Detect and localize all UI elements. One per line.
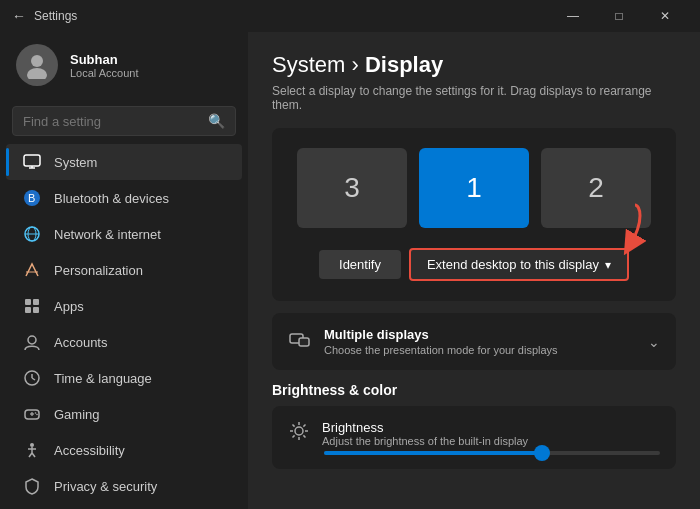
gaming-label: Gaming	[54, 407, 100, 422]
multiple-displays-chevron[interactable]: ⌄	[648, 334, 660, 350]
svg-line-42	[293, 435, 295, 437]
multiple-displays-desc: Choose the presentation mode for your di…	[324, 344, 558, 356]
network-label: Network & internet	[54, 227, 161, 242]
apps-icon	[22, 296, 42, 316]
brightness-label: Brightness	[322, 420, 660, 435]
sidebar-item-accounts[interactable]: Accounts	[6, 324, 242, 360]
personalization-icon	[22, 260, 42, 280]
accessibility-icon	[22, 440, 42, 460]
time-icon	[22, 368, 42, 388]
svg-rect-2	[24, 155, 40, 166]
svg-point-23	[36, 414, 38, 416]
display-3[interactable]: 3	[297, 148, 407, 228]
system-icon	[22, 152, 42, 172]
svg-point-24	[30, 443, 34, 447]
gaming-icon	[22, 404, 42, 424]
sidebar-item-time[interactable]: Time & language	[6, 360, 242, 396]
svg-point-0	[31, 55, 43, 67]
brightness-color-section: Brightness & color	[272, 382, 676, 469]
svg-rect-14	[33, 307, 39, 313]
accounts-label: Accounts	[54, 335, 107, 350]
svg-point-34	[295, 427, 303, 435]
privacy-label: Privacy & security	[54, 479, 157, 494]
display-preview-card: 3 1 2 Identify Extend desktop to	[272, 128, 676, 301]
search-bar[interactable]: 🔍	[12, 106, 236, 136]
bluetooth-icon: B	[22, 188, 42, 208]
identify-button[interactable]: Identify	[319, 250, 401, 279]
user-info: Subhan Local Account	[70, 52, 139, 79]
accounts-icon	[22, 332, 42, 352]
svg-text:B: B	[28, 192, 35, 204]
brightness-color-title: Brightness & color	[272, 382, 676, 398]
sidebar-item-update[interactable]: Windows Update	[6, 504, 242, 509]
content-area: System › Display Select a display to cha…	[248, 32, 700, 509]
svg-line-40	[303, 435, 305, 437]
breadcrumb: System › Display	[272, 52, 676, 78]
sidebar-item-apps[interactable]: Apps	[6, 288, 242, 324]
bluetooth-label: Bluetooth & devices	[54, 191, 169, 206]
svg-line-39	[293, 425, 295, 427]
brightness-sublabel: Adjust the brightness of the built-in di…	[322, 435, 660, 447]
titlebar-controls: — □ ✕	[550, 0, 688, 32]
multiple-displays-icon	[288, 330, 312, 354]
titlebar: ← Settings — □ ✕	[0, 0, 700, 32]
svg-rect-13	[25, 307, 31, 313]
sidebar-item-network[interactable]: Network & internet	[6, 216, 242, 252]
svg-line-41	[303, 425, 305, 427]
svg-point-22	[35, 412, 37, 414]
brightness-slider-track[interactable]	[324, 451, 660, 455]
svg-line-18	[32, 378, 35, 380]
multiple-displays-card[interactable]: Multiple displays Choose the presentatio…	[272, 313, 676, 370]
titlebar-left: ← Settings	[12, 8, 77, 24]
user-type: Local Account	[70, 67, 139, 79]
brightness-slider-fill	[324, 451, 542, 455]
network-icon	[22, 224, 42, 244]
maximize-button[interactable]: □	[596, 0, 642, 32]
user-profile[interactable]: Subhan Local Account	[0, 32, 248, 98]
svg-rect-33	[299, 338, 309, 346]
sidebar-item-bluetooth[interactable]: B Bluetooth & devices	[6, 180, 242, 216]
nav-list: System B Bluetooth & devices	[0, 144, 248, 509]
sidebar-item-gaming[interactable]: Gaming	[6, 396, 242, 432]
sidebar-item-system[interactable]: System	[6, 144, 242, 180]
svg-point-1	[27, 68, 47, 79]
time-label: Time & language	[54, 371, 152, 386]
search-input[interactable]	[23, 114, 200, 129]
svg-rect-11	[25, 299, 31, 305]
user-name: Subhan	[70, 52, 139, 67]
search-icon: 🔍	[208, 113, 225, 129]
breadcrumb-current: Display	[365, 52, 443, 77]
accessibility-label: Accessibility	[54, 443, 125, 458]
back-icon[interactable]: ←	[12, 8, 26, 24]
titlebar-title: Settings	[34, 9, 77, 23]
brightness-icon	[288, 420, 310, 447]
extend-chevron: ▾	[605, 258, 611, 272]
system-label: System	[54, 155, 97, 170]
display-1[interactable]: 1	[419, 148, 529, 228]
main-layout: Subhan Local Account 🔍 System	[0, 32, 700, 509]
apps-label: Apps	[54, 299, 84, 314]
breadcrumb-sep: ›	[345, 52, 365, 77]
svg-point-15	[28, 336, 36, 344]
privacy-icon	[22, 476, 42, 496]
svg-rect-12	[33, 299, 39, 305]
personalization-label: Personalization	[54, 263, 143, 278]
sidebar-item-privacy[interactable]: Privacy & security	[6, 468, 242, 504]
close-button[interactable]: ✕	[642, 0, 688, 32]
extend-label: Extend desktop to this display	[427, 257, 599, 272]
sidebar-item-personalization[interactable]: Personalization	[6, 252, 242, 288]
brightness-card: Brightness Adjust the brightness of the …	[272, 406, 676, 469]
brightness-slider-thumb[interactable]	[534, 445, 550, 461]
multiple-displays-title: Multiple displays	[324, 327, 558, 342]
sidebar-item-accessibility[interactable]: Accessibility	[6, 432, 242, 468]
sidebar: Subhan Local Account 🔍 System	[0, 32, 248, 509]
svg-line-28	[32, 453, 35, 457]
avatar	[16, 44, 58, 86]
breadcrumb-parent: System	[272, 52, 345, 77]
page-subtitle: Select a display to change the settings …	[272, 84, 676, 112]
red-arrow	[590, 200, 650, 255]
minimize-button[interactable]: —	[550, 0, 596, 32]
brightness-slider-container	[288, 451, 660, 455]
